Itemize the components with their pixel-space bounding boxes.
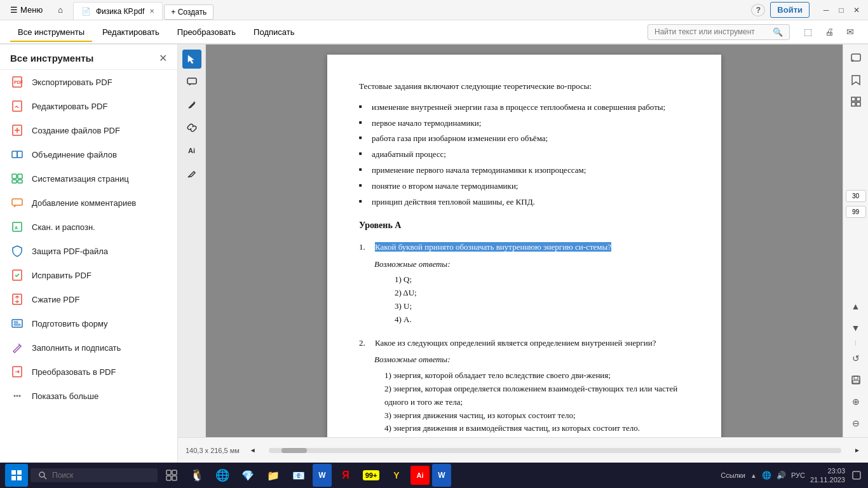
sidebar-item-compress-pdf[interactable]: Сжатие PDF xyxy=(0,287,177,311)
sidebar-item-edit-pdf[interactable]: Редактировать PDF xyxy=(0,94,177,118)
taskbar-chrome[interactable]: 💎 xyxy=(236,464,259,487)
sidebar-item-convert-pdf[interactable]: Преобразовать в PDF xyxy=(0,360,177,384)
taskbar-notifications-badge[interactable]: 99+ xyxy=(360,464,383,487)
sidebar-item-export-pdf[interactable]: PDF Экспортировать PDF xyxy=(0,70,177,94)
links-label: Ссылки xyxy=(721,471,745,479)
draw-tool-button[interactable] xyxy=(182,95,201,114)
sidebar-item-protect-pdf[interactable]: Защита PDF-файла xyxy=(0,239,177,263)
answer-item: 2) энергия, которая определяется положен… xyxy=(384,383,689,409)
search-input[interactable] xyxy=(654,27,769,36)
select-tool-button[interactable] xyxy=(182,50,201,69)
scroll-left-arrow[interactable]: ◄ xyxy=(250,447,256,454)
comment-tool-button[interactable] xyxy=(182,72,201,92)
taskview-button[interactable] xyxy=(160,464,183,487)
toolbar-all-tools[interactable]: Все инструменты xyxy=(10,24,92,42)
answer-item: 1) энергия, которой обладает тело вследс… xyxy=(384,369,689,383)
refresh-btn[interactable]: ↺ xyxy=(847,349,865,367)
statusbar: 140,3 x 216,5 мм ◄ ► xyxy=(178,437,868,463)
home-button[interactable]: ⌂ xyxy=(53,3,68,17)
scan-ocr-icon: A xyxy=(10,220,24,234)
scroll-right-arrow[interactable]: ► xyxy=(854,447,860,454)
svg-rect-32 xyxy=(17,470,22,475)
scroll-down-btn[interactable]: ▼ xyxy=(847,319,865,337)
sidebar-label-create-pdf: Создание файлов PDF xyxy=(32,126,120,135)
sidebar-item-prepare-form[interactable]: Подготовить форму xyxy=(0,311,177,336)
pdf-tab[interactable]: 📄 Физика КР.pdf ✕ xyxy=(73,2,163,20)
search-icon: 🔍 xyxy=(773,27,783,37)
page-current: 30 xyxy=(846,190,866,202)
network-icon[interactable]: 🌐 xyxy=(762,471,771,480)
print-icon[interactable]: 🖨 xyxy=(821,24,837,39)
protect-pdf-icon xyxy=(10,244,24,258)
taskbar-edge[interactable]: 🌐 xyxy=(211,464,234,487)
taskbar-adobe[interactable]: Ai xyxy=(410,466,430,485)
svg-point-21 xyxy=(19,395,21,397)
sidebar-label-add-comments: Добавление комментариев xyxy=(32,198,136,208)
taskbar-word2[interactable]: W xyxy=(432,464,451,487)
taskbar-email[interactable]: 📧 xyxy=(287,464,310,487)
maximize-button[interactable]: □ xyxy=(835,4,848,17)
zoom-in-btn[interactable]: ⊕ xyxy=(847,393,865,410)
sticky-note-icon[interactable] xyxy=(847,50,865,67)
viewer-container: Ai Тестовые задания включают следующие т… xyxy=(178,44,868,463)
bullet-item: изменение внутренней энергии газа в проц… xyxy=(359,101,689,114)
toolbar-sign[interactable]: Подписать xyxy=(246,24,302,42)
sidebar-item-show-more[interactable]: Показать больше xyxy=(0,384,177,408)
answer-item: 1) Q; xyxy=(395,273,689,287)
sidebar-item-fix-pdf[interactable]: Исправить PDF xyxy=(0,263,177,287)
svg-text:A: A xyxy=(15,226,18,230)
scroll-up-btn[interactable]: ▲ xyxy=(847,297,865,315)
close-button[interactable]: ✕ xyxy=(850,4,863,17)
language-label: РУС xyxy=(791,471,805,479)
zoom-out-btn[interactable]: ⊖ xyxy=(847,414,865,432)
volume-icon[interactable]: 🔊 xyxy=(776,471,786,480)
sidebar-close-button[interactable]: ✕ xyxy=(159,52,167,64)
svg-rect-34 xyxy=(17,476,22,480)
svg-rect-16 xyxy=(14,322,18,323)
grid-icon[interactable] xyxy=(847,93,865,111)
link-tool-button[interactable] xyxy=(182,118,201,137)
svg-rect-26 xyxy=(851,102,855,106)
tray-expand-icon[interactable]: ▲ xyxy=(750,472,757,479)
bookmark-icon[interactable] xyxy=(847,71,865,89)
start-button[interactable] xyxy=(5,464,28,487)
pdf-viewer[interactable]: Тестовые задания включают следующие теор… xyxy=(206,44,843,437)
sidebar-label-protect-pdf: Защита PDF-файла xyxy=(32,247,108,256)
sidebar-item-create-pdf[interactable]: Создание файлов PDF xyxy=(0,118,177,142)
notifications-button[interactable] xyxy=(850,469,863,482)
minimize-button[interactable]: ─ xyxy=(820,4,832,17)
svg-rect-22 xyxy=(187,78,196,84)
save-icon[interactable]: ⬚ xyxy=(800,24,816,39)
sidebar-item-add-comments[interactable]: Добавление комментариев xyxy=(0,191,177,215)
sidebar-label-combine-pdf: Объединение файлов xyxy=(32,150,117,159)
taskbar-yandex[interactable]: Я xyxy=(334,464,357,487)
highlight-tool-button[interactable] xyxy=(182,164,201,183)
horizontal-scrollbar[interactable] xyxy=(269,448,841,453)
taskbar-search-input[interactable] xyxy=(52,471,135,480)
menu-button[interactable]: ☰ Меню xyxy=(5,3,48,17)
toolbar-convert[interactable]: Преобразовать xyxy=(170,24,243,42)
textbox-tool-button[interactable]: Ai xyxy=(182,141,201,160)
help-button[interactable]: ? xyxy=(751,4,765,17)
taskbar-explorer[interactable]: 📁 xyxy=(262,464,285,487)
sidebar-item-fill-sign[interactable]: Заполнить и подписать xyxy=(0,336,177,360)
signin-button[interactable]: Войти xyxy=(770,2,810,18)
email-icon[interactable]: ✉ xyxy=(843,24,858,39)
taskbar-search-box[interactable] xyxy=(31,468,158,482)
save-btn[interactable] xyxy=(847,371,865,389)
svg-text:PDF: PDF xyxy=(14,80,24,85)
sidebar-item-scan-ocr[interactable]: A Скан. и распозн. xyxy=(0,215,177,239)
fill-sign-icon xyxy=(10,341,24,355)
taskbar-word[interactable]: W xyxy=(313,464,332,487)
bullet-item: адиабатный процесс; xyxy=(359,148,689,161)
new-tab-button[interactable]: + Создать xyxy=(164,4,214,20)
taskbar-yandex-browser[interactable]: Y xyxy=(385,464,408,487)
sidebar-item-combine-pdf[interactable]: Объединение файлов xyxy=(0,142,177,166)
taskbar-mascot[interactable]: 🐧 xyxy=(186,464,208,487)
toolbar-edit[interactable]: Редактировать xyxy=(95,24,167,42)
sidebar-item-organize-pages[interactable]: Систематизация страниц xyxy=(0,166,177,191)
create-pdf-icon xyxy=(10,123,24,137)
svg-rect-4 xyxy=(12,151,17,158)
tab-close-button[interactable]: ✕ xyxy=(149,8,154,15)
search-box[interactable]: 🔍 xyxy=(648,24,790,40)
